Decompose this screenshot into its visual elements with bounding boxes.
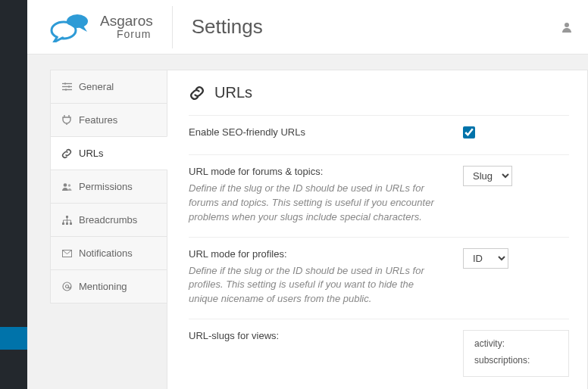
tab-label: URLs <box>79 148 104 159</box>
tab-label: Notifications <box>79 247 133 259</box>
slug-item: subscriptions: <box>474 355 558 366</box>
svg-rect-9 <box>65 89 67 91</box>
header: Asgaros Forum Settings <box>27 0 588 54</box>
app-name: Asgaros Forum <box>100 14 153 40</box>
slug-item: activity: <box>474 338 558 349</box>
wp-admin-sidebar <box>0 0 27 389</box>
tab-urls[interactable]: URLs <box>50 136 167 170</box>
url-mode-profiles-select[interactable]: ID <box>463 248 508 269</box>
tab-breadcrumbs[interactable]: Breadcrumbs <box>50 203 167 236</box>
seo-urls-checkbox[interactable] <box>463 126 475 138</box>
tab-label: Permissions <box>79 181 133 192</box>
link-icon <box>189 85 205 101</box>
slugs-panel: activity: subscriptions: <box>463 330 569 377</box>
url-mode-forums-select[interactable]: Slug <box>463 166 512 186</box>
header-right <box>561 21 573 33</box>
user-icon <box>561 21 573 33</box>
svg-point-17 <box>63 282 71 291</box>
settings-tabs: General Features URLs Permissions <box>50 70 167 389</box>
wp-admin-active-pointer <box>27 333 33 344</box>
section-title-text: URLs <box>214 84 252 101</box>
tab-label: General <box>79 81 114 92</box>
svg-rect-8 <box>68 86 70 88</box>
envelope-icon <box>61 250 72 257</box>
app-name-line1: Asgaros <box>100 14 153 29</box>
setting-url-mode-forums: URL mode for forums & topics: Define if … <box>189 154 569 237</box>
svg-point-10 <box>64 183 67 187</box>
svg-rect-15 <box>70 223 72 225</box>
link-icon <box>61 148 72 159</box>
app-logo: Asgaros Forum <box>50 6 173 48</box>
section-title: URLs <box>189 84 569 115</box>
svg-rect-13 <box>62 223 64 225</box>
setting-url-slugs: URL-slugs for views: activity: subscript… <box>189 319 569 389</box>
setting-description: Define if the slug or the ID should be u… <box>189 182 440 225</box>
sliders-icon <box>61 82 72 92</box>
tab-mentioning[interactable]: Mentioning <box>50 269 167 303</box>
setting-seo-urls: Enable SEO-friendly URLs <box>189 115 569 154</box>
setting-url-mode-profiles: URL mode for profiles: Define if the slu… <box>189 237 569 319</box>
svg-point-11 <box>68 184 70 186</box>
setting-label: Enable SEO-friendly URLs <box>189 126 440 138</box>
tab-label: Breadcrumbs <box>79 214 137 226</box>
tab-label: Features <box>79 114 117 126</box>
setting-description: Define if the slug or the ID should be u… <box>189 264 440 307</box>
tab-features[interactable]: Features <box>50 103 167 136</box>
plug-icon <box>61 115 72 125</box>
users-icon <box>61 182 72 191</box>
setting-label: URL-slugs for views: <box>189 330 440 341</box>
setting-label: URL mode for forums & topics: <box>189 166 440 177</box>
tab-general[interactable]: General <box>50 70 167 103</box>
svg-rect-12 <box>66 216 68 218</box>
tab-permissions[interactable]: Permissions <box>50 170 167 203</box>
settings-panel: URLs Enable SEO-friendly URLs URL mode f… <box>167 70 588 389</box>
at-icon <box>61 282 72 291</box>
app-name-line2: Forum <box>117 29 153 40</box>
svg-point-2 <box>54 23 74 36</box>
tab-notifications[interactable]: Notifications <box>50 236 167 269</box>
svg-rect-7 <box>64 83 66 85</box>
svg-point-3 <box>565 23 569 27</box>
page-title: Settings <box>173 15 263 39</box>
setting-label: URL mode for profiles: <box>189 248 440 260</box>
sitemap-icon <box>61 216 72 225</box>
svg-rect-14 <box>66 223 68 225</box>
tab-label: Mentioning <box>79 281 127 292</box>
wp-admin-active-item[interactable] <box>0 327 27 350</box>
chat-bubbles-icon <box>50 12 92 42</box>
